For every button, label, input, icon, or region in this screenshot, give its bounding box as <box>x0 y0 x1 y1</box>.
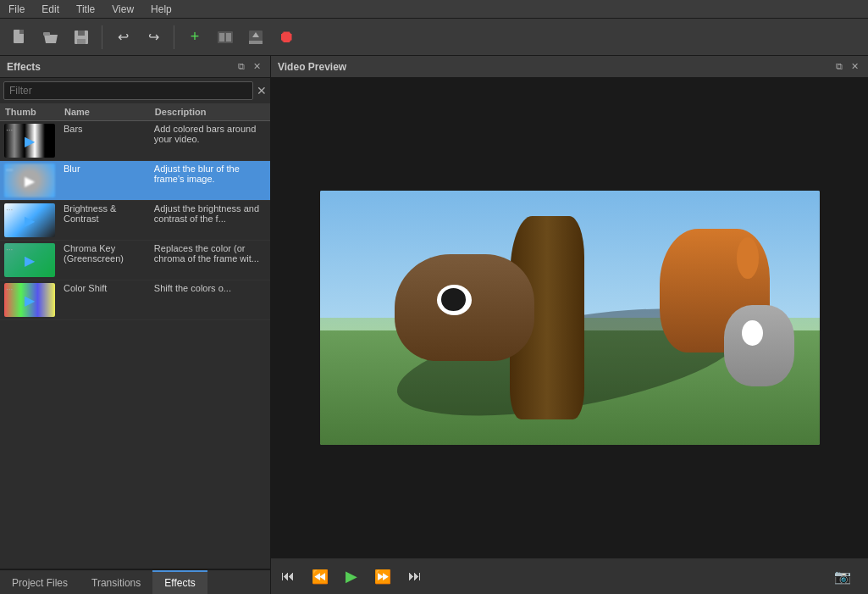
name-chromakey: Chroma Key (Greenscreen) <box>59 241 150 280</box>
thumb-chromakey: ▶ ··· <box>0 241 59 280</box>
main-content: Effects ⧉ ✕ ✕ Thumb Name Description <box>0 56 868 594</box>
name-blur: Blur <box>59 161 150 201</box>
panel-float-button[interactable]: ⧉ <box>235 60 247 73</box>
desc-bars: Add colored bars around your video. <box>150 121 270 161</box>
desc-colorshift: Shift the colors o... <box>150 280 270 320</box>
menu-file[interactable]: File <box>0 2 33 17</box>
small-creature <box>724 305 794 407</box>
add-button[interactable]: + <box>181 24 208 51</box>
skip-to-start-button[interactable]: ⏮ <box>276 565 300 587</box>
redo-button[interactable]: ↪ <box>140 24 167 51</box>
toolbar: ↩ ↪ + ⏺ <box>0 19 868 56</box>
thumb-bars: ▶ ··· <box>0 121 59 161</box>
play-button[interactable]: ▶ <box>340 563 362 589</box>
filter-input[interactable] <box>3 81 253 100</box>
menu-help[interactable]: Help <box>142 2 180 17</box>
menu-edit[interactable]: Edit <box>33 2 68 17</box>
name-bars: Bars <box>59 121 150 161</box>
menu-title[interactable]: Title <box>68 2 103 17</box>
panel-close-button[interactable]: ✕ <box>251 60 263 73</box>
filter-clear-button[interactable]: ✕ <box>257 84 267 97</box>
video-container <box>271 78 868 558</box>
name-brightness: Brightness & Contrast <box>59 201 150 241</box>
desc-blur: Adjust the blur of the frame's image. <box>150 161 270 201</box>
play-icon-bars: ▶ <box>25 133 35 149</box>
squirrel-main <box>395 254 534 407</box>
play-icon-blur: ▶ <box>25 173 35 189</box>
effects-table: Thumb Name Description ▶ ··· <box>0 103 270 569</box>
play-icon-chromakey: ▶ <box>25 253 35 269</box>
play-icon-colorshift: ▶ <box>25 292 35 308</box>
effects-panel: Effects ⧉ ✕ ✕ Thumb Name Description <box>0 56 270 569</box>
tab-transitions[interactable]: Transitions <box>80 570 152 594</box>
menubar: File Edit Title View Help <box>0 0 868 19</box>
right-panel: Video Preview ⧉ ✕ <box>271 56 868 594</box>
col-name: Name <box>59 103 150 121</box>
svg-rect-9 <box>226 33 231 42</box>
svg-rect-5 <box>78 31 85 36</box>
thumb-brightness: ▶ ··· <box>0 201 59 241</box>
col-thumb: Thumb <box>0 103 59 121</box>
thumb-blur: ▶ ··· <box>0 161 59 201</box>
filter-row: ✕ <box>0 78 270 103</box>
svg-rect-11 <box>249 41 263 44</box>
effects-list: Thumb Name Description ▶ ··· <box>0 103 270 320</box>
undo-button[interactable]: ↩ <box>109 24 136 51</box>
svg-marker-2 <box>19 30 24 34</box>
effects-button[interactable] <box>212 24 239 51</box>
playback-controls: ⏮ ⏪ ▶ ⏩ ⏭ 📷 <box>271 558 868 594</box>
rewind-button[interactable]: ⏪ <box>307 565 334 588</box>
effects-panel-title: Effects <box>7 61 41 73</box>
thumb-colorshift: ▶ ··· <box>0 280 59 320</box>
play-icon-brightness: ▶ <box>25 213 35 229</box>
menu-view[interactable]: View <box>103 2 142 17</box>
video-preview-controls: ⧉ ✕ <box>833 60 861 73</box>
svg-rect-3 <box>43 32 50 36</box>
video-close-button[interactable]: ✕ <box>849 60 861 73</box>
desc-brightness: Adjust the brightness and contrast of th… <box>150 201 270 241</box>
video-frame <box>320 191 820 445</box>
effects-row-blur[interactable]: ▶ ··· Blur Adjust the blur of the frame'… <box>0 161 270 201</box>
bottom-tabs: Project Files Transitions Effects <box>0 569 270 594</box>
tab-effects[interactable]: Effects <box>152 570 207 594</box>
video-preview-title: Video Preview <box>278 61 346 73</box>
left-panel: Effects ⧉ ✕ ✕ Thumb Name Description <box>0 56 271 594</box>
effects-row-bars[interactable]: ▶ ··· Bars Add colored bars around your … <box>0 121 270 161</box>
toolbar-sep-1 <box>102 25 102 49</box>
effects-panel-header: Effects ⧉ ✕ <box>0 56 270 78</box>
toolbar-sep-2 <box>174 25 174 49</box>
effects-row-brightness[interactable]: ▶ ··· Brightness & Contrast Adjust the b… <box>0 201 270 241</box>
effects-row-chromakey[interactable]: ▶ ··· Chroma Key (Greenscreen) Replaces … <box>0 241 270 280</box>
desc-chromakey: Replaces the color (or chroma of the fra… <box>150 241 270 280</box>
effects-row-colorshift[interactable]: ▶ ··· Color Shift Shift the colors o... <box>0 280 270 320</box>
open-button[interactable] <box>37 24 64 51</box>
skip-to-end-button[interactable]: ⏭ <box>403 565 427 587</box>
fast-forward-button[interactable]: ⏩ <box>369 565 396 588</box>
video-float-button[interactable]: ⧉ <box>833 60 845 73</box>
svg-rect-8 <box>219 33 224 42</box>
video-preview-header: Video Preview ⧉ ✕ <box>271 56 868 78</box>
panel-controls: ⧉ ✕ <box>235 60 263 73</box>
tab-project-files[interactable]: Project Files <box>0 570 80 594</box>
save-button[interactable] <box>68 24 95 51</box>
new-button[interactable] <box>7 24 34 51</box>
svg-rect-6 <box>77 39 86 44</box>
export-button[interactable] <box>242 24 269 51</box>
screenshot-button[interactable]: 📷 <box>829 565 856 588</box>
col-description: Description <box>150 103 270 121</box>
name-colorshift: Color Shift <box>59 280 150 320</box>
record-button[interactable]: ⏺ <box>273 24 300 51</box>
